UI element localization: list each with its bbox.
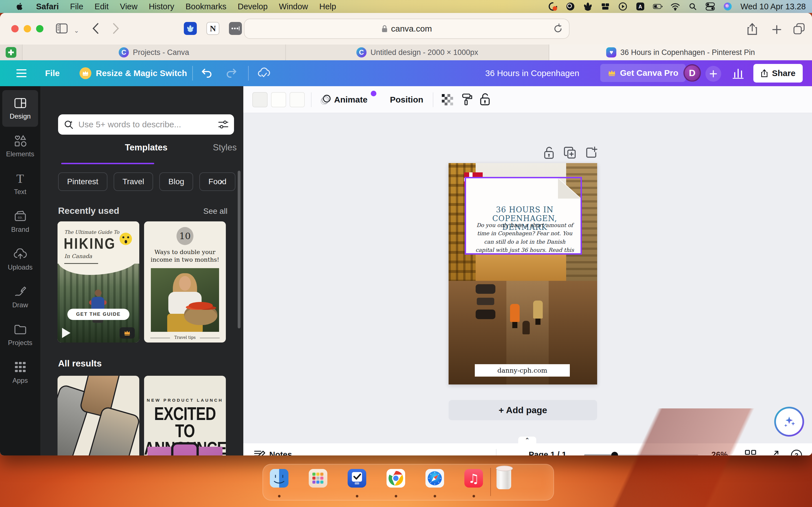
get-canva-pro-button[interactable]: Get Canva Pro <box>600 64 686 82</box>
color-swatch-3[interactable] <box>290 92 305 107</box>
sidebar-item-text[interactable]: T Text <box>2 166 38 202</box>
dock-things-icon[interactable] <box>348 469 366 488</box>
undo-icon[interactable] <box>201 67 213 79</box>
see-all-link[interactable]: See all <box>203 207 227 216</box>
menu-view[interactable]: View <box>120 2 137 11</box>
chip-blog[interactable]: Blog <box>159 172 193 191</box>
menubar-clock[interactable]: Wed 10 Apr 13.28 <box>741 2 806 11</box>
selected-text-box[interactable]: 36 HOURS IN COPENHAGEN, DENMARK Do you o… <box>465 177 582 255</box>
notes-icon[interactable] <box>253 450 265 455</box>
template-card-phones[interactable] <box>57 376 139 455</box>
dock-chrome-icon[interactable] <box>387 469 405 488</box>
play-circle-icon[interactable] <box>618 2 627 11</box>
insights-chart-icon[interactable] <box>732 68 744 79</box>
file-menu-button[interactable]: File <box>45 68 60 78</box>
unlock-page-icon[interactable] <box>543 146 555 159</box>
template-card-hiking[interactable]: The Ultimate Guide To HIKING In Canada G… <box>57 221 139 342</box>
avatar[interactable]: D <box>683 64 701 82</box>
color-swatch-1[interactable] <box>252 92 267 107</box>
sidebar-item-brand[interactable]: co. Brand <box>2 203 38 240</box>
lotus-icon[interactable] <box>583 2 593 11</box>
copy-style-roller-icon[interactable] <box>460 93 473 106</box>
tab-untitled-design[interactable]: C Untitled design - 2000 × 1000px <box>286 45 549 60</box>
screen-recording-icon[interactable] <box>548 2 558 11</box>
add-member-button[interactable] <box>705 66 721 82</box>
dock-safari-icon[interactable] <box>425 469 444 488</box>
redo-icon[interactable] <box>225 67 238 79</box>
ai-assistant-button[interactable] <box>774 407 804 437</box>
sidebar-item-design[interactable]: Design <box>2 90 38 127</box>
sidebar-chevron-icon[interactable]: ⌄ <box>74 27 79 34</box>
menu-history[interactable]: History <box>149 2 174 11</box>
minimize-window-button[interactable] <box>24 25 31 33</box>
tab-projects[interactable]: C Projects - Canva <box>22 45 286 60</box>
extension-notion-icon[interactable]: N <box>206 22 219 35</box>
tab-overview-icon[interactable] <box>793 23 805 35</box>
design-page[interactable]: 36 HOURS IN COPENHAGEN, DENMARK Do you o… <box>449 163 597 385</box>
tab-copenhagen-pin[interactable]: ♥ 36 Hours in Copenhagen - Pinterest Pin <box>549 45 812 60</box>
back-button[interactable] <box>92 22 99 34</box>
position-button[interactable]: Position <box>390 95 423 105</box>
add-page-button[interactable]: + Add page <box>449 400 597 420</box>
sidebar-item-uploads[interactable]: Uploads <box>2 241 38 278</box>
resize-magic-switch-button[interactable]: Resize & Magic Switch <box>96 68 187 78</box>
zoom-slider[interactable] <box>584 454 698 455</box>
help-icon[interactable]: ? <box>790 449 803 455</box>
loom-icon[interactable] <box>566 2 575 11</box>
statusbar-collapse-tab[interactable]: ⌃ <box>518 437 536 443</box>
template-card-announce[interactable]: NEW PRODUCT LAUNCH EXCITED TO ANNOUNCE <box>144 376 226 455</box>
zoom-slider-thumb[interactable] <box>611 452 618 455</box>
dock-trash-icon[interactable] <box>497 467 511 489</box>
keyboard-a-icon[interactable]: A <box>636 2 645 11</box>
sidebar-item-draw[interactable]: Draw <box>2 279 38 316</box>
close-window-button[interactable] <box>11 25 18 33</box>
apple-logo-icon[interactable] <box>15 2 25 11</box>
address-bar[interactable]: canva.com <box>244 18 569 39</box>
menu-window[interactable]: Window <box>279 2 308 11</box>
notes-button[interactable]: Notes <box>269 450 292 455</box>
transparency-icon[interactable] <box>441 94 454 106</box>
share-button[interactable]: Share <box>753 64 803 82</box>
animate-button[interactable]: Animate <box>334 95 367 105</box>
tab-styles[interactable]: Styles <box>213 143 237 153</box>
menu-develop[interactable]: Develop <box>238 2 267 11</box>
spotlight-icon[interactable] <box>688 2 698 11</box>
sidebar-item-apps[interactable]: Apps <box>2 354 38 391</box>
editor-canvas[interactable]: Animate Position <box>243 86 812 455</box>
reload-icon[interactable] <box>553 23 563 34</box>
menu-bookmarks[interactable]: Bookmarks <box>186 2 226 11</box>
menu-edit[interactable]: Edit <box>94 2 109 11</box>
chips-scroll-right-icon[interactable]: › <box>220 176 223 186</box>
battery-icon[interactable] <box>653 2 663 11</box>
menu-help[interactable]: Help <box>319 2 336 11</box>
pin-website[interactable]: danny-cph.com <box>475 364 570 377</box>
chip-food[interactable]: Food <box>199 172 236 191</box>
stage-manager-icon[interactable] <box>601 2 610 11</box>
new-tab-icon[interactable] <box>772 25 781 34</box>
sidebar-item-projects[interactable]: Projects <box>2 317 38 353</box>
search-input[interactable] <box>79 120 214 129</box>
tab-templates[interactable]: Templates <box>125 143 167 153</box>
sidebar-toggle-icon[interactable] <box>56 23 68 34</box>
extension-lotus-icon[interactable] <box>184 22 197 35</box>
template-card-income[interactable]: 10 Ways to double your income in two mon… <box>144 221 226 342</box>
extension-password-icon[interactable] <box>229 22 242 35</box>
zoom-level[interactable]: 26% <box>711 450 728 455</box>
chip-travel[interactable]: Travel <box>114 172 153 191</box>
chip-pinterest[interactable]: Pinterest <box>58 172 107 191</box>
menubar-app-name[interactable]: Safari <box>36 2 59 11</box>
menu-file[interactable]: File <box>70 2 84 11</box>
sidebar-item-elements[interactable]: Elements <box>2 128 38 165</box>
design-title[interactable]: 36 Hours in Copenhagen <box>485 68 579 78</box>
color-swatch-2[interactable] <box>271 92 286 107</box>
control-center-icon[interactable] <box>705 2 715 11</box>
template-search[interactable] <box>58 114 234 135</box>
dock-finder-icon[interactable] <box>270 469 289 488</box>
share-icon[interactable] <box>747 22 758 36</box>
wifi-icon[interactable] <box>670 2 680 11</box>
siri-icon[interactable] <box>723 2 732 11</box>
dock-launchpad-icon[interactable] <box>309 469 327 488</box>
zoom-window-button[interactable] <box>36 25 43 33</box>
duplicate-page-icon[interactable] <box>563 146 576 159</box>
hamburger-menu-icon[interactable] <box>16 69 27 78</box>
